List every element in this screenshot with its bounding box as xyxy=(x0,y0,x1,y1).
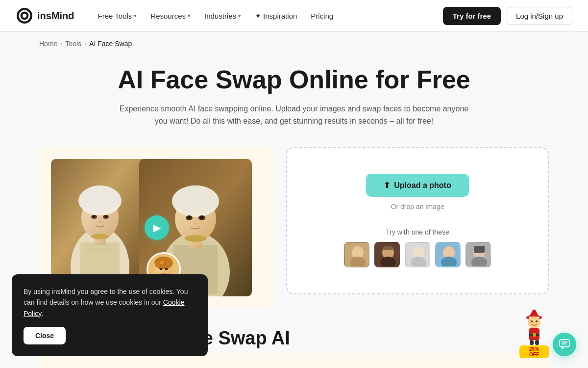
try-label: Try with one of these xyxy=(386,228,449,236)
svg-point-2 xyxy=(23,14,26,18)
breadcrumb: Home › Tools › AI Face Swap xyxy=(0,32,588,55)
try-for-free-button[interactable]: Try for free xyxy=(443,7,501,25)
sample-image-5[interactable] xyxy=(466,242,491,267)
upload-panel: ⬆ Upload a photo Or drop an image Try wi… xyxy=(286,147,549,294)
promo-character-svg xyxy=(521,307,548,346)
hero-section: AI Face Swap Online for Free Experience … xyxy=(0,55,588,147)
svg-rect-67 xyxy=(535,340,539,345)
sparkle-icon: ✦ xyxy=(255,11,261,21)
breadcrumb-current: AI Face Swap xyxy=(89,40,132,48)
svg-rect-48 xyxy=(414,246,423,251)
svg-point-27 xyxy=(200,216,203,218)
breadcrumb-tools[interactable]: Tools xyxy=(65,40,81,48)
navbar-links: Free Tools ▾ Resources ▾ Industries ▾ ✦ … xyxy=(92,7,443,25)
swap-arrow-icon: ▶ xyxy=(145,215,169,240)
svg-point-12 xyxy=(93,215,96,217)
navbar: insMind Free Tools ▾ Resources ▾ Industr… xyxy=(0,0,588,32)
chat-button[interactable] xyxy=(553,333,576,356)
upload-icon: ⬆ xyxy=(384,181,390,190)
svg-rect-55 xyxy=(474,246,485,253)
brand-name: insMind xyxy=(37,10,74,22)
sample-image-2[interactable] xyxy=(374,242,400,267)
chat-icon xyxy=(559,339,570,350)
login-signup-button[interactable]: Log in/Sign up xyxy=(507,7,572,25)
promo-character[interactable]: 25%OFF xyxy=(519,307,549,358)
svg-point-35 xyxy=(165,268,168,270)
svg-point-23 xyxy=(174,185,217,213)
breadcrumb-separator: › xyxy=(84,40,86,47)
svg-point-9 xyxy=(80,185,120,211)
breadcrumb-home[interactable]: Home xyxy=(39,40,57,48)
sample-images-row xyxy=(344,242,491,267)
logo[interactable]: insMind xyxy=(16,7,74,25)
cookie-text: By using insMind you agree to the use of… xyxy=(24,286,196,319)
svg-point-28 xyxy=(185,235,206,242)
svg-point-13 xyxy=(105,215,107,217)
svg-point-58 xyxy=(532,307,536,310)
svg-rect-65 xyxy=(533,333,536,337)
navbar-actions: Try for free Log in/Sign up xyxy=(443,7,572,25)
svg-point-37 xyxy=(160,261,164,264)
svg-rect-68 xyxy=(560,340,569,347)
upload-photo-button[interactable]: ⬆ Upload a photo xyxy=(366,174,468,197)
promo-badge: 25%OFF xyxy=(519,345,549,358)
cookie-close-button[interactable]: Close xyxy=(24,327,66,344)
nav-pricing[interactable]: Pricing xyxy=(305,8,339,24)
svg-point-60 xyxy=(528,316,540,328)
chevron-down-icon: ▾ xyxy=(188,13,191,19)
sample-image-4[interactable] xyxy=(435,242,461,267)
chevron-down-icon: ▾ xyxy=(134,13,137,19)
sample-image-1[interactable] xyxy=(344,242,369,267)
svg-point-34 xyxy=(160,268,163,270)
svg-rect-44 xyxy=(383,246,393,250)
svg-rect-66 xyxy=(530,340,534,345)
nav-inspiration[interactable]: ✦ Inspiration xyxy=(249,7,303,25)
svg-point-26 xyxy=(188,216,191,218)
svg-point-14 xyxy=(91,234,109,239)
page-title: AI Face Swap Online for Free xyxy=(39,65,549,95)
chevron-down-icon: ▾ xyxy=(238,13,241,19)
svg-point-62 xyxy=(536,320,538,322)
logo-icon xyxy=(16,7,33,25)
svg-point-61 xyxy=(531,320,533,322)
sample-image-3[interactable] xyxy=(405,242,430,267)
nav-free-tools[interactable]: Free Tools ▾ xyxy=(92,8,143,24)
drop-text: Or drop an image xyxy=(391,203,444,210)
nav-industries[interactable]: Industries ▾ xyxy=(198,8,247,24)
breadcrumb-separator: › xyxy=(60,40,62,47)
svg-point-36 xyxy=(155,263,159,267)
hero-subtitle: Experience smooth AI face swapping onlin… xyxy=(113,103,475,128)
nav-resources[interactable]: Resources ▾ xyxy=(145,8,196,24)
cookie-banner: By using insMind you agree to the use of… xyxy=(12,274,208,356)
